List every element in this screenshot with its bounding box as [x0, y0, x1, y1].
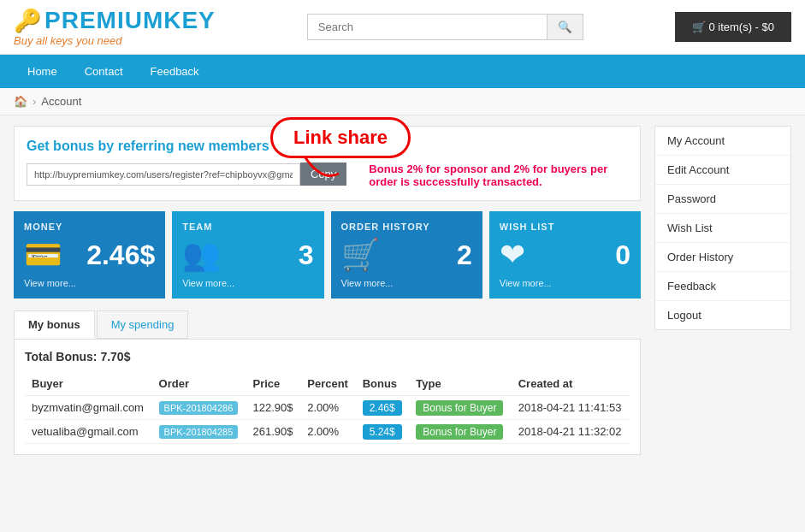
sidebar-item-logout[interactable]: Logout [655, 301, 790, 329]
referral-link-input[interactable] [27, 163, 300, 186]
created-at: 2018-04-21 11:41:53 [512, 396, 630, 420]
logo-text: PREMIUMKEY [44, 7, 216, 34]
wishlist-icon: ❤ [500, 237, 525, 273]
table-row: vetualiba@gmail.com BPK-201804285 261.90… [25, 420, 630, 444]
price: 122.90$ [246, 396, 301, 420]
orders-value: 2 [457, 239, 472, 271]
tabs: My bonus My spending [14, 310, 641, 339]
sidebar-item-order-history[interactable]: Order History [655, 243, 790, 272]
type: Bonus for Buyer [409, 420, 511, 444]
stat-card-orders: ORDER HISTORY 🛒 2 View more... [331, 211, 482, 299]
logo-area: 🔑 PREMIUMKEY Buy all keys you need [14, 7, 216, 47]
home-icon[interactable]: 🏠 [14, 95, 27, 108]
bonus-amount: 2.46$ [356, 396, 410, 420]
sidebar-item-edit-account[interactable]: Edit Account [655, 156, 790, 185]
team-value: 3 [299, 239, 314, 271]
sidebar: My Account Edit Account Password Wish Li… [654, 126, 791, 455]
stat-card-money: MONEY 💳 2.46$ View more... [14, 211, 165, 299]
order-id: BPK-201804285 [152, 420, 246, 444]
money-value: 2.46$ [86, 239, 155, 271]
team-view-more[interactable]: View more... [182, 278, 313, 288]
nav-contact[interactable]: Contact [71, 55, 137, 88]
search-input[interactable] [307, 14, 547, 40]
col-price: Price [246, 372, 301, 396]
search-area: 🔍 [307, 14, 583, 40]
sidebar-item-feedback[interactable]: Feedback [655, 272, 790, 301]
tab-my-spending[interactable]: My spending [97, 310, 189, 339]
bonus-table: Buyer Order Price Percent Bonus Type Cre… [25, 372, 630, 444]
team-icon: 👥 [182, 237, 221, 273]
percent: 2.00% [300, 396, 355, 420]
wishlist-value: 0 [615, 239, 630, 271]
sidebar-item-wish-list[interactable]: Wish List [655, 214, 790, 243]
wishlist-view-more[interactable]: View more... [500, 278, 630, 288]
referral-note: Bonus 2% for sponsor and 2% for buyers p… [369, 163, 628, 188]
stat-card-wishlist: WISH LIST ❤ 0 View more... [489, 211, 641, 299]
table-row: byzmvatin@gmail.com BPK-201804286 122.90… [25, 396, 630, 420]
money-view-more[interactable]: View more... [24, 278, 155, 288]
key-icon: 🔑 [14, 8, 41, 34]
price: 261.90$ [246, 420, 301, 444]
logo: 🔑 PREMIUMKEY [14, 7, 216, 34]
tab-my-bonus[interactable]: My bonus [14, 310, 95, 339]
sidebar-item-my-account[interactable]: My Account [655, 127, 790, 156]
col-bonus: Bonus [356, 372, 410, 396]
cart-button[interactable]: 🛒 0 item(s) - $0 [675, 12, 791, 42]
order-id: BPK-201804286 [152, 396, 246, 420]
orders-icon: 🛒 [341, 237, 380, 273]
sidebar-menu: My Account Edit Account Password Wish Li… [654, 126, 791, 330]
breadcrumb: 🏠 › Account [0, 88, 805, 115]
buyer-email: vetualiba@gmail.com [25, 420, 152, 444]
col-percent: Percent [300, 372, 355, 396]
sidebar-item-password[interactable]: Password [655, 185, 790, 214]
logo-tagline: Buy all keys you need [14, 34, 216, 47]
money-icon: 💳 [24, 237, 62, 273]
link-share-text: Link share [270, 117, 411, 158]
nav: Home Contact Feedback [0, 55, 805, 88]
col-buyer: Buyer [25, 372, 152, 396]
total-bonus: Total Bonus: 7.70$ [25, 350, 630, 364]
header: 🔑 PREMIUMKEY Buy all keys you need 🔍 🛒 0… [0, 0, 805, 55]
orders-view-more[interactable]: View more... [341, 278, 472, 288]
col-created: Created at [512, 372, 630, 396]
content-wrapper: Link share Get bonus by referring new me… [0, 115, 805, 465]
buyer-email: byzmvatin@gmail.com [25, 396, 152, 420]
bubble-tail-icon [296, 157, 347, 191]
bonus-amount: 5.24$ [356, 420, 410, 444]
stat-cards: MONEY 💳 2.46$ View more... TEAM 👥 3 View… [14, 211, 641, 299]
nav-home[interactable]: Home [14, 55, 71, 88]
stat-card-team: TEAM 👥 3 View more... [172, 211, 323, 299]
link-share-annotation: Link share [270, 117, 411, 158]
type: Bonus for Buyer [409, 396, 511, 420]
nav-feedback[interactable]: Feedback [137, 55, 213, 88]
bonus-table-container: Total Bonus: 7.70$ Buyer Order Price Per… [14, 339, 641, 455]
percent: 2.00% [300, 420, 355, 444]
col-type: Type [409, 372, 511, 396]
breadcrumb-account: Account [41, 95, 81, 108]
search-button[interactable]: 🔍 [547, 14, 583, 40]
link-share-bubble: Link share [270, 117, 411, 158]
created-at: 2018-04-21 11:32:02 [512, 420, 630, 444]
main-content: Link share Get bonus by referring new me… [14, 126, 641, 455]
col-order: Order [152, 372, 246, 396]
